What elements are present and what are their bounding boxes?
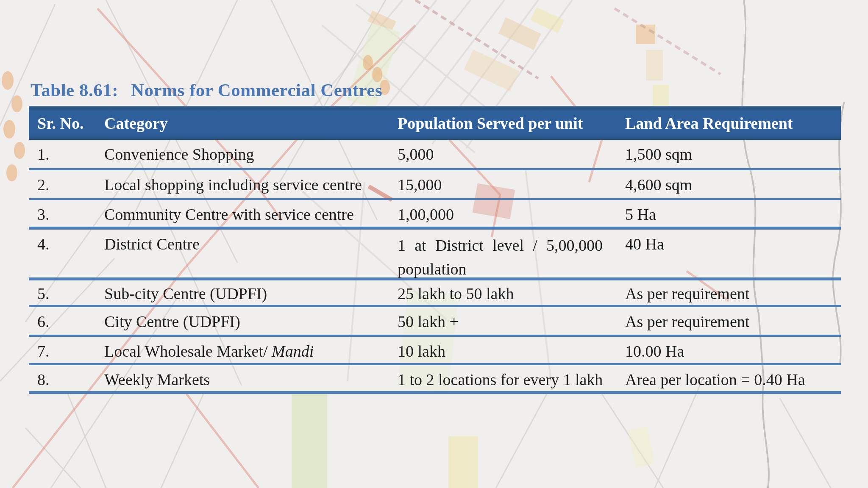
header-sr-no: Sr. No. bbox=[29, 106, 96, 140]
cell-category: Local shopping including service centre bbox=[96, 170, 389, 198]
cell-category: City Centre (UDPFI) bbox=[96, 307, 389, 335]
cell-sr-no: 3. bbox=[29, 200, 96, 227]
cell-population: 15,000 bbox=[389, 170, 617, 198]
cell-sr-no: 4. bbox=[29, 230, 96, 281]
table-row: 7. Local Wholesale Market/ Mandi 10 lakh… bbox=[29, 337, 841, 365]
cell-sr-no: 2. bbox=[29, 170, 96, 198]
cell-population: 5,000 bbox=[389, 140, 617, 168]
header-population: Population Served per unit bbox=[389, 106, 617, 140]
table-row: 8. Weekly Markets 1 to 2 locations for e… bbox=[29, 365, 841, 394]
cell-land-area: Area per location = 0.40 Ha bbox=[617, 365, 841, 391]
cell-sr-no: 5. bbox=[29, 280, 96, 305]
table-row: 1. Convenience Shopping 5,000 1,500 sqm bbox=[29, 140, 841, 170]
cell-category-text: Local Wholesale Market/ bbox=[104, 342, 267, 360]
cell-population-text: 1 at District level / 5,00,000 populatio… bbox=[398, 234, 603, 281]
cell-sr-no: 7. bbox=[29, 337, 96, 363]
cell-population: 1,00,000 bbox=[389, 200, 617, 227]
cell-land-area: 10.00 Ha bbox=[617, 337, 841, 363]
header-land-area: Land Area Requirement bbox=[617, 106, 841, 140]
cell-sr-no: 1. bbox=[29, 140, 96, 168]
cell-population: 1 at District level / 5,00,000 populatio… bbox=[389, 230, 617, 281]
table-row: 6. City Centre (UDPFI) 50 lakh + As per … bbox=[29, 307, 841, 337]
cell-land-area: As per requirement bbox=[617, 280, 841, 305]
cell-population: 1 to 2 locations for every 1 lakh bbox=[389, 365, 617, 391]
cell-sr-no: 6. bbox=[29, 307, 96, 335]
cell-land-area: As per requirement bbox=[617, 307, 841, 335]
cell-category: Community Centre with service centre bbox=[96, 200, 389, 227]
cell-land-area: 4,600 sqm bbox=[617, 170, 841, 198]
cell-land-area: 5 Ha bbox=[617, 200, 841, 227]
table-row: 3. Community Centre with service centre … bbox=[29, 200, 841, 230]
table-header-row: Sr. No. Category Population Served per u… bbox=[29, 106, 841, 140]
header-category: Category bbox=[96, 106, 389, 140]
cell-category: Convenience Shopping bbox=[96, 140, 389, 168]
cell-population: 50 lakh + bbox=[389, 307, 617, 335]
cell-category-italic-text: Mandi bbox=[272, 342, 314, 360]
table-caption-text: Norms for Commercial Centres bbox=[131, 80, 382, 100]
norms-table: Sr. No. Category Population Served per u… bbox=[29, 106, 841, 394]
table-caption: Table 8.61:Norms for Commercial Centres bbox=[31, 80, 382, 100]
table-row: 5. Sub-city Centre (UDPFI) 25 lakh to 50… bbox=[29, 280, 841, 307]
cell-category: Sub-city Centre (UDPFI) bbox=[96, 280, 389, 305]
table-row: 2. Local shopping including service cent… bbox=[29, 170, 841, 200]
cell-land-area: 1,500 sqm bbox=[617, 140, 841, 168]
cell-category: Weekly Markets bbox=[96, 365, 389, 391]
cell-category: District Centre bbox=[96, 230, 389, 281]
cell-category: Local Wholesale Market/ Mandi bbox=[96, 337, 389, 363]
table-row: 4. District Centre 1 at District level /… bbox=[29, 230, 841, 280]
cell-land-area: 40 Ha bbox=[617, 230, 841, 281]
cell-population: 25 lakh to 50 lakh bbox=[389, 280, 617, 305]
cell-sr-no: 8. bbox=[29, 365, 96, 391]
cell-population: 10 lakh bbox=[389, 337, 617, 363]
table-caption-number: Table 8.61: bbox=[31, 80, 118, 100]
